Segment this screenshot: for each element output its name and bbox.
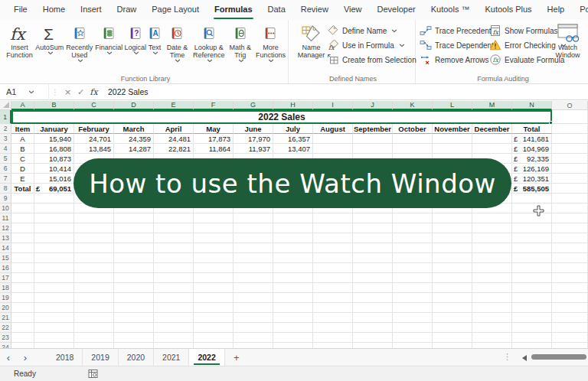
cell[interactable] [552,110,588,124]
column-header-K[interactable]: K [393,101,433,110]
menu-tab-review[interactable]: Review [293,0,336,20]
cell[interactable] [114,343,154,348]
cell[interactable] [154,333,194,343]
cell[interactable] [313,273,353,283]
define-name-button[interactable]: Define Name [327,25,416,37]
text-button[interactable]: AText [147,22,162,56]
cell[interactable] [114,293,154,303]
cell[interactable] [11,273,34,283]
financial-button[interactable]: Financial [94,22,123,56]
cell[interactable] [353,273,393,283]
cell[interactable]: £120,351 [512,174,552,184]
cell[interactable] [114,253,154,263]
use-in-formula-button[interactable]: fxUse in Formula [327,40,416,51]
cell[interactable] [353,303,393,313]
cell[interactable] [273,343,313,348]
cell[interactable] [313,134,353,144]
cell[interactable] [34,213,74,223]
lookup-reference-button[interactable]: Lookup & Reference [192,22,226,64]
cell[interactable]: 11,937 [234,144,273,154]
cell[interactable] [154,223,194,233]
cell[interactable] [313,253,353,263]
cell[interactable] [74,283,114,293]
cell[interactable] [114,303,154,313]
cell[interactable]: £141,681 [512,134,552,144]
cell[interactable] [512,333,552,343]
cell[interactable] [273,323,313,333]
cell[interactable] [512,194,552,204]
cell[interactable] [273,253,313,263]
cell[interactable] [194,273,234,283]
cell[interactable] [74,243,114,253]
cell[interactable]: Total [512,124,552,134]
cell[interactable] [552,184,588,194]
column-header-I[interactable]: I [313,101,353,110]
cell[interactable] [114,243,154,253]
cell[interactable] [154,273,194,283]
cell[interactable] [472,263,512,273]
cell[interactable] [472,213,512,223]
cell[interactable] [234,333,273,343]
cell[interactable] [472,323,512,333]
scroll-left-icon[interactable] [522,355,527,361]
cell[interactable] [313,323,353,333]
cell[interactable] [552,134,588,144]
cell[interactable] [393,233,433,243]
column-header-A[interactable]: A [11,101,34,110]
cell[interactable] [433,303,472,313]
cell[interactable] [34,313,74,323]
cell[interactable] [433,134,472,144]
cell[interactable] [273,273,313,283]
row-header-23[interactable]: 23 [0,333,11,343]
cell[interactable] [154,303,194,313]
cell[interactable] [353,283,393,293]
cell[interactable] [393,134,433,144]
row-header-16[interactable]: 16 [0,263,11,273]
sheet-tab-2022[interactable]: 2022 [189,349,224,366]
cell[interactable] [154,213,194,223]
cell[interactable] [472,134,512,144]
cell[interactable]: 16,808 [34,144,74,154]
sheet-tab-2020[interactable]: 2020 [119,349,154,366]
cell[interactable] [114,233,154,243]
cell[interactable] [234,233,273,243]
cell[interactable] [433,144,472,154]
cell[interactable] [472,333,512,343]
create-from-selection-button[interactable]: Create from Selection [327,54,416,66]
cell[interactable] [353,144,393,154]
column-header-N[interactable]: N [512,101,552,110]
cancel-icon[interactable]: × [61,87,74,97]
column-header-C[interactable]: C [74,101,114,110]
menu-tab-home[interactable]: Home [35,0,73,20]
cell[interactable] [154,323,194,333]
cell[interactable] [34,263,74,273]
cell[interactable] [34,233,74,243]
cell[interactable] [512,243,552,253]
cell[interactable]: 16,357 [273,134,313,144]
cell[interactable] [34,273,74,283]
row-header-20[interactable]: 20 [0,303,11,313]
sheet-tab-2019[interactable]: 2019 [83,349,118,366]
cell[interactable]: 13,407 [273,144,313,154]
cell[interactable] [552,194,588,204]
cell[interactable] [552,213,588,223]
cell[interactable] [74,313,114,323]
cell[interactable] [234,303,273,313]
cell[interactable] [74,273,114,283]
cell[interactable] [11,263,34,273]
cell[interactable] [74,343,114,348]
row-header-9[interactable]: 9 [0,194,11,204]
cell[interactable] [11,194,34,204]
cell[interactable] [353,313,393,323]
cell[interactable] [154,283,194,293]
cell[interactable]: Item [11,124,34,134]
cell[interactable] [11,313,34,323]
cell[interactable]: May [194,124,234,134]
cell[interactable] [11,204,34,213]
cell[interactable] [273,213,313,223]
row-header-14[interactable]: 14 [0,243,11,253]
column-header-H[interactable]: H [273,101,313,110]
cell[interactable] [34,283,74,293]
select-all-corner[interactable] [0,101,11,110]
cell[interactable] [552,164,588,174]
